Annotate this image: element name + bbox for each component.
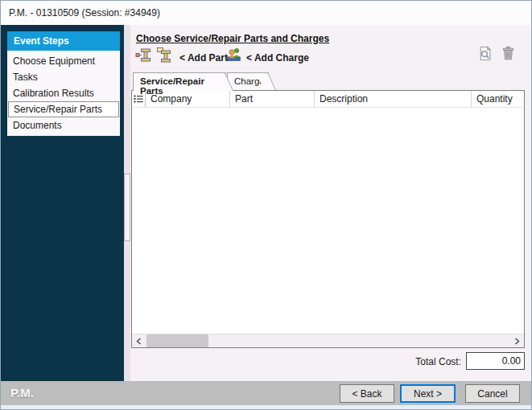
table-header-row: Company Part Description Quantity: [132, 91, 524, 108]
table-body-empty: [132, 108, 524, 321]
footer-bar: P.M. < Back Next > Cancel: [1, 381, 531, 405]
sidebar-item-tasks[interactable]: Tasks: [7, 69, 120, 85]
part-button-a[interactable]: [135, 47, 152, 64]
charge-button[interactable]: [226, 47, 241, 62]
chevron-left-icon: [136, 338, 142, 345]
column-header-part[interactable]: Part: [230, 91, 315, 107]
pm-wizard-window: P.M. - 01310509 (Session: #34949) Event …: [0, 0, 532, 410]
titlebar: P.M. - 01310509 (Session: #34949): [1, 1, 531, 25]
next-button[interactable]: Next >: [400, 384, 456, 403]
tab-charges[interactable]: Charges: [227, 72, 269, 90]
event-steps-header: Event Steps: [7, 31, 120, 51]
tab-service-repair-parts[interactable]: Service/Repair Parts: [133, 72, 226, 91]
side-scrollbar-thumb[interactable]: [124, 174, 130, 241]
column-header-quantity[interactable]: Quantity: [472, 91, 524, 107]
parts-table: Company Part Description Quantity: [131, 90, 525, 348]
scroll-left-button[interactable]: [132, 334, 146, 347]
add-charge-icon: [226, 47, 241, 62]
preview-button[interactable]: [477, 46, 493, 61]
sidebar-item-documents[interactable]: Documents: [7, 117, 120, 133]
scrollbar-thumb[interactable]: [146, 334, 208, 347]
side-scrollbar[interactable]: [124, 25, 130, 381]
chevron-right-icon: [514, 338, 520, 345]
machine-part-plus-icon: [156, 47, 173, 64]
document-magnifier-icon: [477, 46, 493, 61]
event-steps-panel: Event Steps Choose Equipment Tasks Calib…: [7, 31, 120, 136]
page-title: Choose Service/Repair Parts and Charges: [136, 33, 329, 44]
add-part-button[interactable]: < Add Part: [179, 52, 228, 64]
sidebar-item-choose-equipment[interactable]: Choose Equipment: [7, 53, 120, 69]
back-button[interactable]: < Back: [340, 384, 394, 403]
trash-icon: [501, 46, 515, 61]
delete-button[interactable]: [501, 46, 515, 61]
window-title: P.M. - 01310509 (Session: #34949): [9, 7, 160, 18]
part-button-b[interactable]: [156, 47, 173, 64]
total-cost-input[interactable]: [466, 352, 525, 370]
event-steps-list: Choose Equipment Tasks Calibration Resul…: [7, 51, 120, 133]
add-charge-button[interactable]: < Add Charge: [246, 52, 309, 64]
total-cost-label: Total Cost:: [355, 356, 461, 367]
sidebar: Event Steps Choose Equipment Tasks Calib…: [1, 25, 124, 381]
scroll-right-button[interactable]: [510, 334, 524, 347]
sidebar-item-calibration-results[interactable]: Calibration Results: [7, 85, 120, 101]
sidebar-item-service-repair-parts[interactable]: Service/Repair Parts: [8, 101, 119, 117]
horizontal-scrollbar[interactable]: [132, 334, 524, 347]
column-header-description[interactable]: Description: [315, 91, 472, 107]
machine-part-icon: [135, 47, 152, 64]
window-resize-edge: [1, 405, 531, 410]
pm-brand-label: P.M.: [10, 381, 34, 405]
cancel-button[interactable]: Cancel: [465, 384, 520, 403]
